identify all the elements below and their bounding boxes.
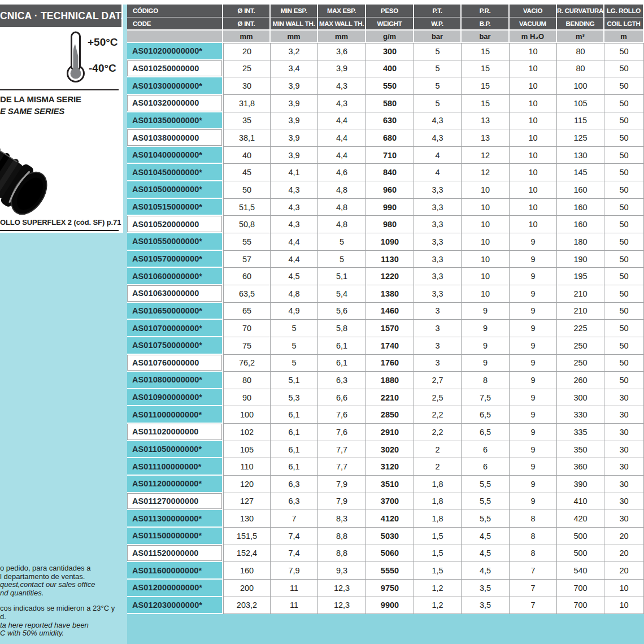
- value-cell: 9: [510, 372, 557, 389]
- value-cell: 500: [557, 528, 604, 545]
- value-cell: 5: [414, 43, 462, 60]
- unit-cell: m³: [557, 31, 604, 43]
- value-cell: 30: [604, 493, 644, 511]
- value-cell: 6,1: [271, 458, 318, 476]
- code-cell: AS010570000000*: [127, 251, 223, 268]
- value-cell: 30: [604, 510, 644, 528]
- value-cell: 6,1: [271, 441, 318, 459]
- value-cell: 3,9: [271, 77, 318, 95]
- code-cell: AS011020000000: [127, 424, 223, 441]
- value-cell: 10: [510, 60, 557, 78]
- value-cell: 6,1: [271, 424, 318, 441]
- table-header-row-en: CODEØ INT.MIN WALL TH.MAX WALL TH.WEIGHT…: [127, 18, 644, 31]
- value-cell: 7,7: [318, 441, 366, 459]
- header-cell-es: MAX ESP.: [318, 5, 366, 18]
- table-row: AS010250000000253,43,9400515108050: [127, 60, 644, 78]
- value-cell: 710: [366, 147, 414, 164]
- value-cell: 15: [462, 77, 510, 95]
- table-row: AS011100000000*1106,17,7312026936030: [127, 458, 644, 476]
- table-row: AS011600000000*1607,99,355501,54,5754020: [127, 562, 644, 580]
- value-cell: 4,5: [462, 528, 510, 545]
- value-cell: 10: [462, 216, 510, 233]
- footnote-line: C with 50% umidity.: [0, 629, 129, 638]
- unit-cell: mm: [223, 31, 271, 43]
- table-row: AS011050000000*1056,17,7302026935030: [127, 441, 644, 459]
- header-cell-en: WEIGHT: [366, 18, 414, 31]
- value-cell: 1,5: [414, 528, 462, 545]
- value-cell: 10: [462, 268, 510, 285]
- value-cell: 50: [604, 320, 644, 337]
- related-product-note: OLLO SUPERFLEX 2 (cód. SF) p.71: [0, 218, 121, 227]
- header-cell-es: PESO: [366, 5, 414, 18]
- value-cell: 8: [510, 528, 557, 545]
- value-cell: 5,6: [318, 303, 366, 320]
- value-cell: 57: [223, 251, 271, 268]
- value-cell: 30: [604, 406, 644, 424]
- value-cell: 4,1: [271, 164, 318, 181]
- table-row: AS01038000000038,13,94,46804,3131012550: [127, 129, 644, 147]
- value-cell: 10: [510, 199, 557, 216]
- value-cell: 50: [604, 112, 644, 130]
- code-cell: AS010650000000*: [127, 303, 223, 320]
- code-cell: AS011200000000*: [127, 476, 223, 493]
- value-cell: 12,3: [318, 597, 366, 615]
- value-cell: 9: [510, 493, 557, 511]
- value-cell: 4,5: [271, 268, 318, 285]
- table-row: AS010600000000*604,55,112203,310919550: [127, 268, 644, 285]
- value-cell: 50: [604, 199, 644, 216]
- code-cell: AS010350000000*: [127, 112, 223, 130]
- table-row: AS01052000000050,84,34,89803,3101016050: [127, 216, 644, 233]
- value-cell: 4,3: [318, 77, 366, 95]
- value-cell: 120: [223, 476, 271, 493]
- table-row: AS0112700000001276,37,937001,85,5941030: [127, 493, 644, 511]
- value-cell: 10: [462, 181, 510, 199]
- value-cell: 50: [604, 129, 644, 147]
- value-cell: 9: [510, 355, 557, 372]
- value-cell: 5: [414, 60, 462, 78]
- footnote-line: d.: [0, 613, 129, 621]
- table-units-row: mmmmmmg/mbarbarm H₂Om³m: [127, 31, 644, 43]
- header-cell-en: MAX WALL TH.: [318, 18, 366, 31]
- value-cell: 6,3: [271, 493, 318, 511]
- value-cell: 50: [604, 372, 644, 389]
- value-cell: 5: [271, 320, 318, 337]
- value-cell: 350: [557, 441, 604, 459]
- value-cell: 3,5: [462, 597, 510, 615]
- value-cell: 1,2: [414, 580, 462, 597]
- value-cell: 5060: [366, 545, 414, 563]
- value-cell: 9900: [366, 597, 414, 615]
- value-cell: 10: [510, 95, 557, 112]
- value-cell: 1,8: [414, 493, 462, 511]
- page-title: CNICA · TECHNICAL DATA: [0, 5, 121, 27]
- divider: [0, 89, 119, 90]
- value-cell: 3,2: [271, 43, 318, 60]
- value-cell: 10: [462, 285, 510, 303]
- value-cell: 100: [557, 77, 604, 95]
- value-cell: 7,9: [271, 562, 318, 580]
- value-cell: 6,3: [271, 476, 318, 493]
- value-cell: 5,4: [318, 285, 366, 303]
- value-cell: 9: [462, 337, 510, 355]
- code-cell: AS010380000000: [127, 129, 223, 147]
- value-cell: 130: [557, 147, 604, 164]
- header-cell-en: MIN WALL TH.: [271, 18, 318, 31]
- value-cell: 8,8: [318, 528, 366, 545]
- value-cell: 9: [462, 303, 510, 320]
- table-row: AS0110200000001026,17,629102,26,5933530: [127, 424, 644, 441]
- table-row: AS011000000000*1006,17,628502,26,5933030: [127, 406, 644, 424]
- value-cell: 630: [366, 112, 414, 130]
- value-cell: 4,3: [271, 181, 318, 199]
- unit-cell: bar: [462, 31, 510, 43]
- value-cell: 6: [462, 458, 510, 476]
- value-cell: 4,8: [318, 181, 366, 199]
- value-cell: 1460: [366, 303, 414, 320]
- value-cell: 4,4: [271, 251, 318, 268]
- value-cell: 50: [604, 147, 644, 164]
- value-cell: 4: [414, 147, 462, 164]
- value-cell: 3,9: [318, 60, 366, 78]
- header-cell-en: BENDING: [557, 18, 604, 31]
- value-cell: 30: [604, 389, 644, 407]
- value-cell: 125: [557, 129, 604, 147]
- value-cell: 4,8: [271, 285, 318, 303]
- value-cell: 6: [462, 441, 510, 459]
